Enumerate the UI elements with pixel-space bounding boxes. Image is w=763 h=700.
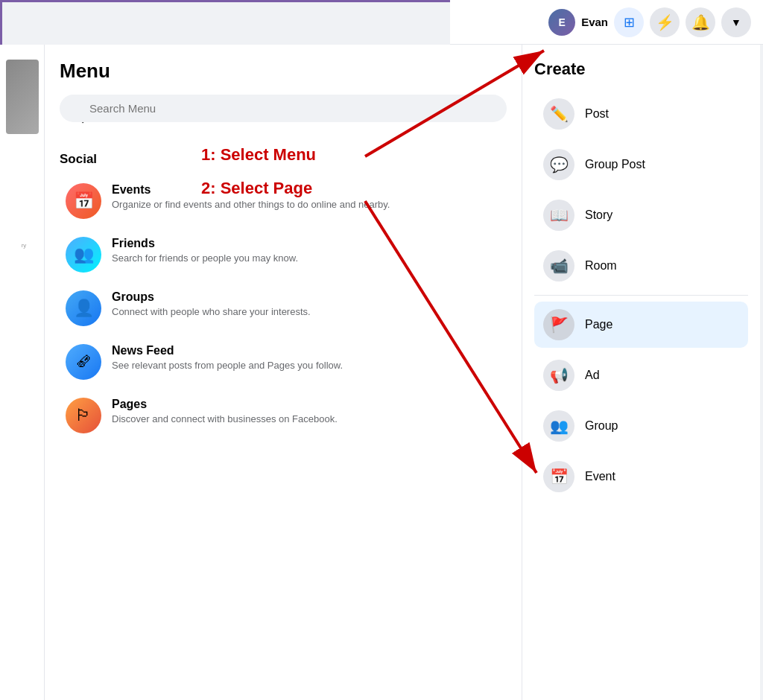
menu-item-events[interactable]: 📅 Events Organize or find events and oth…	[60, 176, 507, 226]
page-icon: 🚩	[543, 309, 574, 340]
pages-icon: 🏳	[66, 398, 101, 433]
story-icon: 📖	[543, 200, 574, 231]
create-group-button[interactable]: 👥 Group	[534, 403, 748, 449]
groups-desc: Connect with people who share your inter…	[112, 305, 311, 319]
account-dropdown-button[interactable]: ▼	[721, 7, 751, 37]
friends-icon: 👥	[66, 237, 101, 273]
main-container: ry Menu 🔍 Social 📅 Events Organize or fi…	[0, 45, 763, 700]
friends-text: Friends Search for friends or people you…	[112, 237, 298, 265]
menu-item-groups[interactable]: 👤 Groups Connect with people who share y…	[60, 283, 507, 334]
group-post-label: Group Post	[585, 158, 645, 171]
create-story-button[interactable]: 📖 Story	[534, 192, 748, 238]
story-label: Story	[585, 209, 612, 222]
user-name-label: Evan	[581, 16, 608, 28]
room-icon: 📹	[543, 250, 574, 281]
newsfeed-title: News Feed	[112, 344, 343, 357]
create-page-button[interactable]: 🚩 Page	[534, 302, 748, 348]
menu-panel: Menu 🔍 Social 📅 Events Organize or find …	[45, 45, 522, 700]
left-sidebar-label: ry	[3, 242, 42, 249]
menu-item-newsfeed[interactable]: 🗞 News Feed See relevant posts from peop…	[60, 337, 507, 387]
groups-icon: 👤	[66, 290, 101, 326]
post-label: Post	[585, 107, 609, 121]
menu-item-friends[interactable]: 👥 Friends Search for friends or people y…	[60, 229, 507, 280]
avatar: E	[548, 9, 575, 36]
create-room-button[interactable]: 📹 Room	[534, 243, 748, 289]
newsfeed-icon: 🗞	[66, 344, 101, 380]
page-label: Page	[585, 318, 612, 331]
event-label: Event	[585, 470, 615, 483]
ad-label: Ad	[585, 369, 600, 382]
top-nav: E Evan ⊞ ⚡ 🔔 ▼	[450, 0, 763, 45]
events-title: Events	[112, 183, 390, 197]
grid-apps-button[interactable]: ⊞	[614, 7, 644, 37]
events-icon: 📅	[66, 183, 101, 219]
user-profile[interactable]: E Evan	[548, 9, 608, 36]
create-post-button[interactable]: ✏️ Post	[534, 91, 748, 137]
left-sidebar-bg: ry	[0, 45, 45, 700]
event-icon: 📅	[543, 461, 574, 492]
messenger-button[interactable]: ⚡	[650, 7, 680, 37]
create-title: Create	[534, 60, 748, 79]
newsfeed-text: News Feed See relevant posts from people…	[112, 344, 343, 372]
chevron-down-icon: ▼	[731, 16, 741, 28]
create-ad-button[interactable]: 📢 Ad	[534, 352, 748, 398]
bell-icon: 🔔	[691, 13, 710, 31]
newsfeed-desc: See relevant posts from people and Pages…	[112, 359, 343, 372]
social-section-title: Social	[60, 152, 507, 167]
grid-icon: ⊞	[624, 14, 635, 31]
room-label: Room	[585, 259, 617, 273]
create-divider	[534, 295, 748, 296]
group-icon: 👥	[543, 410, 574, 442]
group-label: Group	[585, 419, 618, 433]
create-group-post-button[interactable]: 💬 Group Post	[534, 141, 748, 188]
search-input[interactable]	[60, 95, 507, 122]
events-text: Events Organize or find events and other…	[112, 183, 390, 211]
friends-title: Friends	[112, 237, 298, 250]
pages-title: Pages	[112, 398, 338, 411]
friends-desc: Search for friends or people you may kno…	[112, 252, 298, 265]
menu-item-pages[interactable]: 🏳 Pages Discover and connect with busine…	[60, 390, 507, 441]
events-desc: Organize or find events and other things…	[112, 198, 390, 211]
ad-icon: 📢	[543, 360, 574, 391]
search-wrapper: 🔍	[60, 95, 507, 137]
post-icon: ✏️	[543, 98, 574, 130]
groups-title: Groups	[112, 290, 311, 304]
create-event-button[interactable]: 📅 Event	[534, 454, 748, 500]
messenger-icon: ⚡	[656, 13, 674, 31]
notifications-button[interactable]: 🔔	[686, 7, 715, 37]
groups-text: Groups Connect with people who share you…	[112, 290, 311, 319]
left-avatar-placeholder	[6, 60, 39, 134]
pages-desc: Discover and connect with businesses on …	[112, 413, 338, 426]
group-post-icon: 💬	[543, 149, 574, 180]
pages-text: Pages Discover and connect with business…	[112, 398, 338, 426]
menu-title: Menu	[60, 60, 507, 83]
create-panel: Create ✏️ Post 💬 Group Post 📖 Story 📹 Ro…	[522, 45, 760, 700]
